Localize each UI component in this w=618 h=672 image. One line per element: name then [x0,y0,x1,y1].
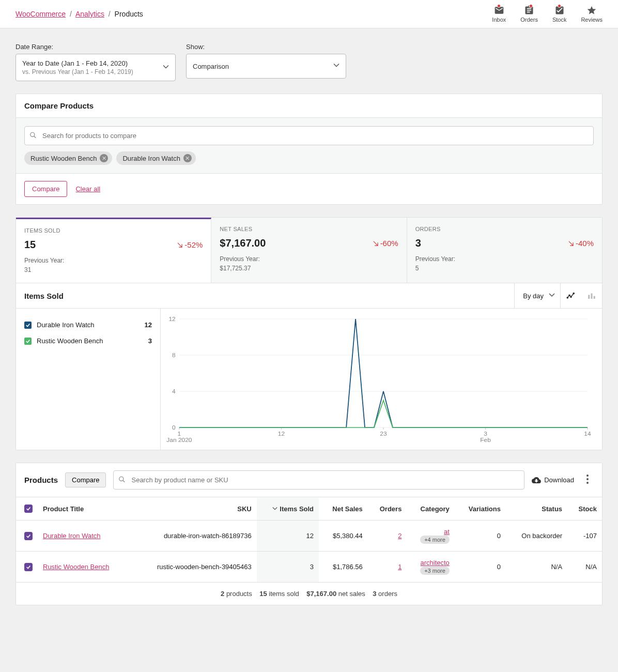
column-header[interactable]: SKU [130,497,257,521]
show-label: Show: [186,43,346,51]
compare-panel: Compare Products Rustic Wooden Bench✕Dur… [16,94,602,205]
column-header[interactable]: Category [407,497,454,521]
date-range-label: Date Range: [16,43,176,51]
svg-text:8: 8 [172,353,176,358]
breadcrumb: WooCommerce / Analytics / Products [16,10,143,18]
row-checkbox[interactable] [24,563,33,571]
more-options-button[interactable] [581,475,594,485]
legend-checkbox[interactable] [24,322,32,329]
column-header[interactable]: Status [506,497,567,521]
trend-down-icon: -52% [176,240,203,249]
compare-button[interactable]: Compare [24,181,67,197]
breadcrumb-woocommerce[interactable]: WooCommerce [16,10,66,18]
trend-down-icon: -60% [372,239,398,248]
star-icon [586,5,597,16]
stock-button[interactable]: Stock [552,5,567,23]
products-search-input[interactable] [113,470,524,490]
column-header[interactable]: Variations [455,497,506,521]
line-chart: 048121Jan 202012233Feb14 [161,314,594,443]
search-icon [118,476,126,484]
products-compare-button[interactable]: Compare [65,472,106,487]
svg-text:4: 4 [172,389,176,394]
chevron-down-icon [549,292,555,300]
svg-text:12: 12 [278,431,285,437]
stat-card[interactable]: ORDERS 3 -40% Previous Year:5 [407,218,602,283]
legend-item[interactable]: Rustic Wooden Bench3 [24,333,152,349]
column-header[interactable] [16,497,38,521]
breadcrumb-analytics[interactable]: Analytics [75,10,104,18]
orders-link[interactable]: 1 [398,563,401,571]
svg-rect-7 [594,296,595,299]
row-checkbox[interactable] [24,532,33,540]
svg-point-1 [567,297,568,298]
svg-text:14: 14 [584,431,591,437]
inbox-button[interactable]: Inbox [492,5,506,23]
sort-desc-icon [272,506,277,511]
table-row: Rustic Wooden Bench rustic-wooden-bench-… [16,552,602,583]
column-header[interactable]: Items Sold [257,497,319,521]
svg-point-2 [569,295,570,296]
svg-text:12: 12 [168,316,175,322]
remove-tag-icon[interactable]: ✕ [100,154,108,162]
clear-all-link[interactable]: Clear all [75,185,100,193]
chart-interval-select[interactable]: By day [514,283,560,308]
breadcrumb-current: Products [115,10,143,18]
category-more-pill[interactable]: +3 more [420,567,450,575]
category-link[interactable]: at [444,528,450,536]
stat-card[interactable]: ITEMS SOLD 15 -52% Previous Year:31 [16,218,211,283]
svg-point-31 [586,482,589,484]
svg-text:Jan 2020: Jan 2020 [166,437,192,443]
trend-down-icon: -40% [567,239,594,248]
compare-tag: Rustic Wooden Bench✕ [24,151,112,165]
legend-item[interactable]: Durable Iron Watch12 [24,317,152,333]
svg-point-28 [119,477,123,481]
products-title: Products [24,476,58,484]
category-link[interactable]: architecto [420,559,449,567]
download-icon [532,476,541,485]
stats-chart-panel: ITEMS SOLD 15 -52% Previous Year:31 NET … [16,217,602,450]
svg-text:23: 23 [380,431,387,437]
chart-type-line-button[interactable] [561,283,581,308]
search-icon [29,131,37,140]
reviews-button[interactable]: Reviews [581,5,602,23]
products-panel: Products Compare Download Product TitleS… [16,463,602,605]
chart-title: Items Sold [24,292,64,300]
svg-point-3 [570,296,571,297]
svg-rect-6 [591,294,593,299]
svg-rect-5 [588,295,590,299]
category-more-pill[interactable]: +4 more [420,536,450,544]
compare-search-input[interactable] [24,126,594,145]
svg-text:1: 1 [178,431,181,437]
column-header[interactable]: Stock [567,497,602,521]
product-link[interactable]: Rustic Wooden Bench [43,563,109,571]
stat-card[interactable]: NET SALES $7,167.00 -60% Previous Year:$… [211,218,407,283]
column-header[interactable]: Product Title [38,497,130,521]
legend-checkbox[interactable] [24,338,32,345]
select-all-checkbox[interactable] [24,505,33,513]
products-table: Product TitleSKU Items SoldNet SalesOrde… [16,497,602,582]
header-actions: Inbox Orders Stock Reviews [492,5,602,23]
kebab-icon [586,475,589,484]
top-header: WooCommerce / Analytics / Products Inbox… [0,0,618,28]
svg-point-30 [586,478,589,480]
svg-point-29 [586,475,589,477]
product-link[interactable]: Durable Iron Watch [43,532,101,540]
table-row: Durable Iron Watch durable-iron-watch-86… [16,521,602,552]
svg-text:3: 3 [484,431,487,437]
svg-text:0: 0 [172,425,176,431]
orders-button[interactable]: Orders [520,5,538,23]
svg-point-4 [573,293,574,294]
compare-tag: Durable Iron Watch✕ [116,151,196,165]
svg-point-0 [30,132,35,136]
show-select[interactable]: Comparison [186,54,346,79]
download-button[interactable]: Download [532,476,574,485]
remove-tag-icon[interactable]: ✕ [183,154,192,162]
date-range-select[interactable]: Year to Date (Jan 1 - Feb 14, 2020) vs. … [16,54,176,81]
compare-title: Compare Products [16,94,602,118]
orders-link[interactable]: 2 [398,532,401,540]
column-header[interactable]: Orders [368,497,407,521]
chart-type-bar-button[interactable] [581,283,602,308]
column-header[interactable]: Net Sales [319,497,368,521]
table-summary: 2 products 15 items sold $7,167.00 net s… [16,582,602,605]
svg-text:Feb: Feb [480,437,491,443]
